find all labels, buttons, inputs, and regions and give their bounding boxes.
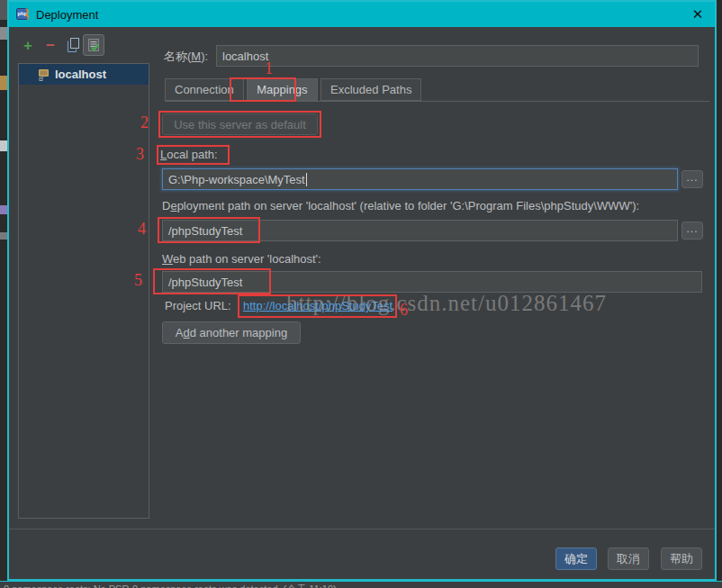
footer-separator [9,529,715,529]
server-icon [37,68,50,81]
checklist-icon [86,38,101,52]
project-url-link[interactable]: http://localhost/phpStudyTest [243,299,393,312]
web-path-label: Web path on server 'localhost': [162,252,321,266]
name-value: localhost [222,50,268,63]
web-label-mnemonic: W [162,252,173,266]
ide-status-bar: 0 namespace roots: No PSR-0 namespace ro… [0,581,722,588]
server-item-label: localhost [55,68,106,81]
text-caret [306,173,307,186]
server-list-item-localhost[interactable]: localhost [19,64,149,85]
name-label-pre: 名称( [164,50,191,63]
help-button[interactable]: 帮助 [661,547,702,570]
tab-excluded-paths[interactable]: Excluded Paths [320,78,421,101]
add-another-mapping-button[interactable]: Add another mapping [162,321,301,344]
tab-connection[interactable]: Connection [165,78,244,101]
phpstorm-icon: php [16,7,31,22]
dialog-titlebar[interactable]: php Deployment ✕ [9,2,715,27]
minus-icon: − [46,37,55,55]
local-path-browse-button[interactable]: ... [681,170,703,188]
close-icon[interactable]: ✕ [688,6,708,23]
tabs-separator [165,101,709,102]
add-mapping-post: d another mapping [190,326,287,339]
tabs-row: Connection Mappings Excluded Paths [165,78,420,101]
use-as-default-toggle[interactable] [83,34,104,56]
bg-fragment [0,140,7,151]
deployment-dialog: php Deployment ✕ + − [7,0,717,581]
add-mapping-mnemonic: d [184,326,190,339]
web-path-value: /phpStudyTest [168,276,242,289]
bg-fragment [0,205,7,214]
add-server-button[interactable]: + [20,38,36,54]
server-list-panel: localhost [18,63,149,519]
local-path-value: G:\Php-workspace\MyTest [168,173,305,186]
bg-fragment [0,76,7,90]
cancel-button[interactable]: 取消 [608,547,649,570]
deploy-label-post: ployment path on server 'localhost' (rel… [177,199,640,213]
bg-fragment [0,232,7,240]
ok-button[interactable]: 确定 [555,547,597,570]
deploy-label-mnemonic: e [170,199,176,213]
project-url-label: Project URL: [165,299,231,312]
annotation-number-6: 6 [400,301,408,320]
local-path-post: ocal path: [167,148,217,161]
copy-icon [66,37,80,53]
deployment-path-label: Deployment path on server 'localhost' (r… [162,199,639,213]
local-path-input[interactable]: G:\Php-workspace\MyTest [162,168,678,190]
deploy-label-pre: D [162,199,170,213]
deployment-path-input[interactable]: /phpStudyTest [162,220,678,241]
tab-mappings[interactable]: Mappings [247,78,317,101]
local-path-label: Local path: [160,148,218,161]
name-label-post: ): [201,50,208,63]
status-message: 0 namespace roots: No PSR-0 namespace ro… [4,583,337,588]
dialog-title: Deployment [36,8,98,22]
add-mapping-pre: A [176,326,184,339]
web-label-post: eb path on server 'localhost': [173,252,321,266]
annotation-number-2: 2 [140,113,149,132]
bg-fragment [0,27,7,40]
deployment-path-browse-button[interactable]: ... [681,222,703,240]
remove-server-button[interactable]: − [42,38,59,54]
annotation-number-1: 1 [265,59,273,78]
name-label: 名称(M): [164,49,208,65]
use-server-default-button[interactable]: Use this server as default [162,113,318,135]
bg-fragment [0,0,7,20]
name-label-mnemonic: M [191,50,201,63]
name-input[interactable]: localhost [216,45,699,67]
annotation-number-5: 5 [134,271,142,290]
web-path-input[interactable]: /phpStudyTest [162,271,702,293]
annotation-number-3: 3 [136,145,144,164]
plus-icon: + [23,37,32,55]
dialog-body: + − [9,27,715,579]
copy-server-button[interactable] [65,37,81,53]
add-mapping-label: Add another mapping [176,326,287,339]
deployment-path-value: /phpStudyTest [168,224,242,238]
annotation-number-4: 4 [138,220,146,239]
